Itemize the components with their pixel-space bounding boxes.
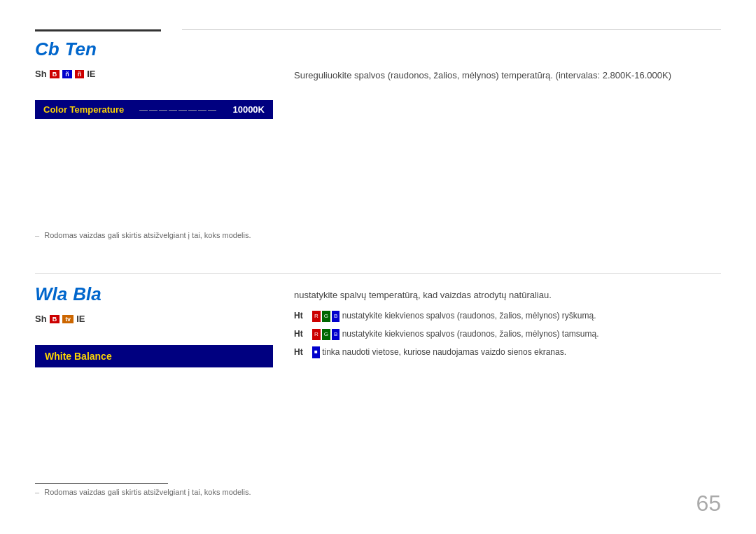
mid-divider [35,273,721,274]
title-bla: Bla [73,283,101,305]
desc-ht-2: Ht [294,327,308,342]
section1-description: Sureguliuokite spalvos (raudonos, žalios… [294,69,721,83]
color-temp-bar: Color Temperature ———————— 10000K [35,100,273,119]
section2-description: nustatykite spalvų temperatūrą, kad vaiz… [294,287,721,363]
top-line-left [35,29,161,31]
icon-box: IE [87,69,95,79]
desc-icon-b3: ■ [312,346,320,358]
icon-sh: Sh [35,69,47,79]
desc-icons-2: R G B [312,329,340,340]
desc-icons-3: ■ [312,346,320,358]
desc2-item-2: Ht R G B nustatykite kiekvienos spalvos … [294,327,721,342]
section2-note-line [35,483,168,484]
icon-red3: B [50,315,60,323]
wb-label: White Balance [45,351,112,362]
desc-icon-r1: R [312,311,321,322]
white-balance-section: Wla Bla Sh B tv IE White Balance [35,283,273,374]
section2-icons: Sh B tv IE [35,314,273,324]
desc-ht-3: Ht [294,345,308,360]
section1-title: Cb Ten [35,38,273,60]
icon-sh2: Sh [35,314,47,324]
section2-title: Wla Bla [35,283,273,305]
page: Cb Ten Sh B ñ ñ IE Color Temperature ———… [0,0,756,534]
icon-red: B [50,70,60,78]
bar-value: 10000K [232,104,265,115]
icon-ie2: IE [76,314,85,324]
top-line-right [182,29,721,30]
bar-label: Color Temperature [43,104,124,115]
icon-blue: ñ [62,70,72,78]
color-temperature-section: Cb Ten Sh B ñ ñ IE Color Temperature ———… [35,38,273,126]
desc-icon-b1: B [332,311,340,322]
page-number: 65 [696,491,721,517]
title-ten: Ten [65,38,97,60]
desc-ht-1: Ht [294,309,308,324]
desc-icon-r2: R [312,329,321,340]
section1-icons: Sh B ñ ñ IE [35,69,273,79]
desc-icons-1: R G B [312,311,340,322]
section2-note: – Rodomas vaizdas gali skirtis atsižvelg… [35,483,251,496]
icon-orange: tv [62,315,74,323]
icon-red2: ñ [75,70,85,78]
desc2-intro: nustatykite spalvų temperatūrą, kad vaiz… [294,287,721,303]
desc-icon-g2: G [322,329,330,340]
desc2-item-3: Ht ■ tinka naudoti vietose, kuriose naud… [294,345,721,360]
section2-note-text: – Rodomas vaizdas gali skirtis atsižvelg… [35,488,251,496]
title-wla: Wla [35,283,67,305]
section1-note: – Rodomas vaizdas gali skirtis atsižvelg… [35,231,251,239]
white-balance-bar: White Balance [35,345,273,367]
desc-icon-b2: B [332,329,340,340]
desc2-item-1: Ht R G B nustatykite kiekvienos spalvos … [294,309,721,324]
desc-icon-g1: G [322,311,330,322]
title-cb: Cb [35,38,59,60]
bar-dashes: ———————— [124,105,232,115]
